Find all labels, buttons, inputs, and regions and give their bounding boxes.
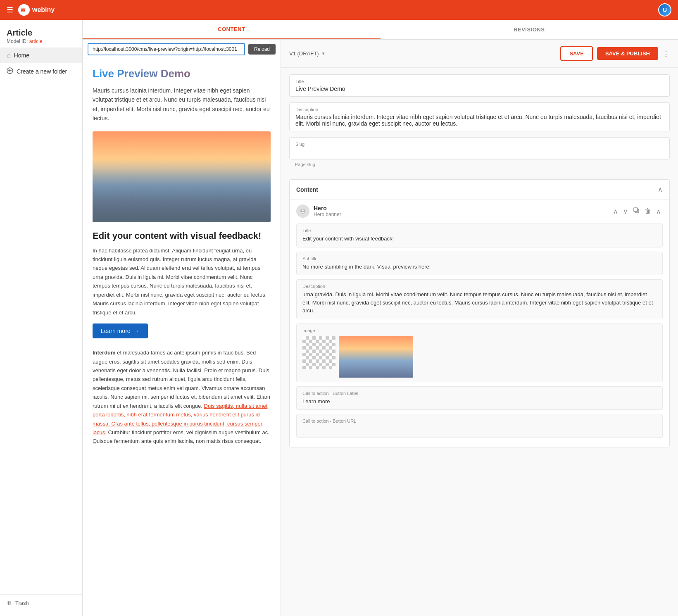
trash-icon: 🗑 <box>7 600 12 606</box>
body2-end: Curabitur tincidunt porttitor eros, vel … <box>93 429 269 444</box>
hero-block: Hero Hero banner ∧ ∨ <box>290 200 669 447</box>
arrow-icon: → <box>134 328 140 334</box>
section-header: Content ∧ <box>290 180 669 200</box>
learn-more-button[interactable]: Learn more → <box>93 323 148 338</box>
title-field-label: Title <box>295 79 664 84</box>
delete-button[interactable]: 🗑 <box>643 206 653 216</box>
hero-subtype: Hero banner <box>314 212 341 217</box>
copy-button[interactable] <box>631 205 641 217</box>
sidebar-item-create-folder[interactable]: Create a new folder <box>0 63 82 80</box>
image-label: Image <box>302 328 657 333</box>
move-up-button[interactable]: ∧ <box>611 206 620 217</box>
hamburger-icon[interactable]: ☰ <box>7 5 13 14</box>
cta-url-label: Call to action - Button URL <box>302 419 657 423</box>
right-panel-header: V1 (DRAFT) ▼ SAVE SAVE & PUBLISH ⋮ <box>281 40 678 68</box>
preview-article-title: Live Preview Demo <box>93 67 271 80</box>
move-down-button[interactable]: ∨ <box>621 206 630 217</box>
version-badge[interactable]: V1 (DRAFT) ▼ <box>289 50 325 57</box>
hero-actions: ∧ ∨ 🗑 ∧ <box>611 205 663 217</box>
content-area: CONTENT REVISIONS Reload Live Preview De… <box>83 20 678 616</box>
hero-subtitle-value[interactable]: No more stumbling in the dark. Visual pr… <box>302 263 657 271</box>
model-id-link[interactable]: article <box>29 38 43 44</box>
logo: W webiny <box>18 4 55 16</box>
hero-description-field: Description urna gravida. Duis in ligula… <box>296 279 663 319</box>
preview-heading: Edit your content with visual feedback! <box>93 231 271 241</box>
sidebar-trash-label: Trash <box>15 600 29 606</box>
cta-url-value[interactable] <box>302 425 657 433</box>
folder-plus-icon <box>7 67 13 76</box>
page-title: Article <box>7 28 76 38</box>
save-publish-button[interactable]: SAVE & PUBLISH <box>597 47 658 60</box>
tab-content[interactable]: CONTENT <box>83 20 381 39</box>
preview-intro: Mauris cursus lacinia interdum. Integer … <box>93 86 271 123</box>
header-actions: SAVE SAVE & PUBLISH ⋮ <box>560 46 670 61</box>
content-section: Content ∧ <box>289 179 670 447</box>
cta-label-value[interactable]: Learn more <box>302 397 657 406</box>
sidebar-header: Article Model ID: article <box>0 25 82 48</box>
logo-icon: W <box>18 4 30 16</box>
hero-title-label: Title <box>302 228 657 233</box>
slug-hint: Page slug. <box>289 161 670 171</box>
sidebar-trash[interactable]: 🗑 Trash <box>0 595 82 611</box>
sidebar-item-create-folder-label: Create a new folder <box>17 68 67 75</box>
hero-block-header: Hero Hero banner ∧ ∨ <box>296 205 663 218</box>
hero-description-value[interactable]: urna gravida. Duis in ligula mi. Morbi v… <box>302 290 657 315</box>
preview-panel: Reload Live Preview Demo Mauris cursus l… <box>83 40 281 616</box>
svg-point-5 <box>302 209 304 211</box>
logo-text: webiny <box>32 6 55 14</box>
preview-hero-image <box>93 131 271 222</box>
title-field-value[interactable]: Live Preview Demo <box>295 86 664 92</box>
sidebar-item-home[interactable]: ⌂ Home <box>0 48 82 63</box>
collapse-hero-button[interactable]: ∧ <box>654 206 663 217</box>
slug-label: Slug <box>295 142 664 147</box>
image-checker <box>302 336 335 369</box>
cta-label-label: Call to action - Button Label <box>302 391 657 396</box>
hero-block-left: Hero Hero banner <box>296 205 341 218</box>
cta-label-field: Call to action - Button Label Learn more <box>296 386 663 410</box>
version-caret-icon: ▼ <box>321 51 326 56</box>
description-field: Description Mauris cursus lacinia interd… <box>289 102 670 131</box>
preview-body1: In hac habitasse platea dictumst. Aliqua… <box>93 246 271 317</box>
model-id: Model ID: article <box>7 38 76 44</box>
slug-value <box>295 148 664 155</box>
slug-field[interactable]: Slug <box>289 137 670 159</box>
panels: Reload Live Preview Demo Mauris cursus l… <box>83 40 678 616</box>
model-id-label: Model ID: <box>7 38 28 44</box>
tab-revisions[interactable]: REVISIONS <box>381 20 678 39</box>
more-options-button[interactable]: ⋮ <box>662 49 670 58</box>
description-field-label: Description <box>295 107 664 112</box>
top-navigation: ☰ W webiny U <box>0 0 678 20</box>
version-label: V1 (DRAFT) <box>289 50 319 57</box>
hero-description-label: Description <box>302 284 657 289</box>
hero-subtitle-label: Subtitle <box>302 256 657 261</box>
description-field-value[interactable]: Mauris cursus lacinia interdum. Integer … <box>295 114 664 127</box>
sidebar-item-home-label: Home <box>14 52 29 59</box>
save-button[interactable]: SAVE <box>560 46 592 61</box>
home-icon: ⌂ <box>7 52 11 59</box>
url-input[interactable] <box>88 43 245 55</box>
hero-subtitle-field: Subtitle No more stumbling in the dark. … <box>296 252 663 276</box>
tabs: CONTENT REVISIONS <box>83 20 678 40</box>
hero-block-info: Hero Hero banner <box>314 205 341 217</box>
image-preview-container <box>302 336 657 378</box>
preview-body2: Interdum et malesuada fames ac ante ipsu… <box>93 348 271 446</box>
title-field: Title Live Preview Demo <box>289 74 670 97</box>
section-title: Content <box>296 186 318 193</box>
learn-more-label: Learn more <box>101 328 131 334</box>
collapse-icon[interactable]: ∧ <box>658 186 663 193</box>
hero-block-icon <box>296 205 309 218</box>
body2-rest: et malesuada fames ac ante ipsum primis … <box>93 350 270 409</box>
url-bar: Reload <box>83 40 281 59</box>
reload-button[interactable]: Reload <box>248 44 276 55</box>
svg-rect-7 <box>634 208 638 212</box>
preview-content: Live Preview Demo Mauris cursus lacinia … <box>83 59 281 616</box>
image-thumbnail[interactable] <box>339 336 413 378</box>
cta-url-field: Call to action - Button URL <box>296 414 663 438</box>
right-panel: V1 (DRAFT) ▼ SAVE SAVE & PUBLISH ⋮ Title… <box>281 40 678 616</box>
svg-text:W: W <box>21 7 26 13</box>
hero-title-value[interactable]: Edit your content with visual feedback! <box>302 235 657 243</box>
avatar[interactable]: U <box>658 3 671 17</box>
hero-type: Hero <box>314 205 341 212</box>
sidebar: Article Model ID: article ⌂ Home Create … <box>0 20 83 616</box>
hero-image-field: Image <box>296 323 663 382</box>
